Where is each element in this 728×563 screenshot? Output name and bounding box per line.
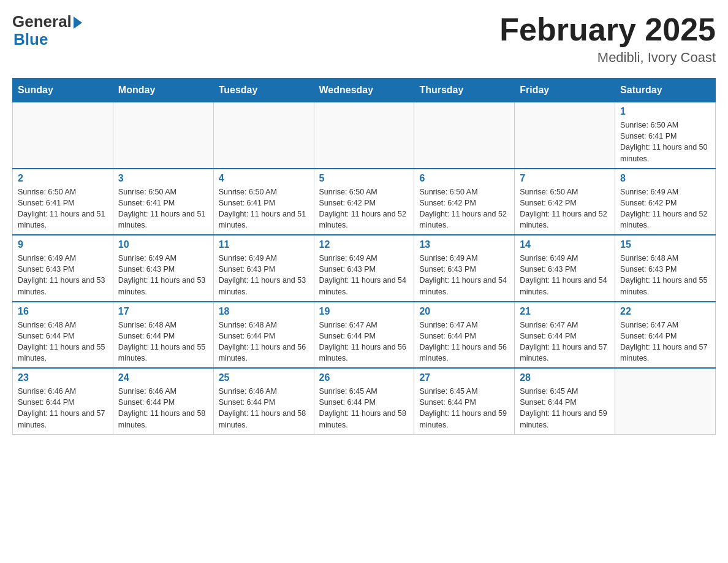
- day-number: 22: [620, 306, 710, 317]
- calendar-subtitle: Medibli, Ivory Coast: [499, 50, 716, 66]
- day-info: Sunrise: 6:48 AM Sunset: 6:44 PM Dayligh…: [118, 320, 208, 364]
- day-number: 5: [319, 173, 409, 184]
- calendar-cell: [113, 102, 213, 169]
- calendar-cell: 2Sunrise: 6:50 AM Sunset: 6:41 PM Daylig…: [13, 169, 113, 236]
- calendar-cell: 20Sunrise: 6:47 AM Sunset: 6:44 PM Dayli…: [414, 302, 515, 369]
- day-number: 16: [18, 306, 108, 317]
- calendar-cell: [314, 102, 414, 169]
- calendar-cell: 24Sunrise: 6:46 AM Sunset: 6:44 PM Dayli…: [113, 368, 213, 434]
- day-number: 20: [419, 306, 509, 317]
- day-info: Sunrise: 6:46 AM Sunset: 6:44 PM Dayligh…: [18, 386, 108, 431]
- day-info: Sunrise: 6:50 AM Sunset: 6:41 PM Dayligh…: [620, 120, 710, 164]
- day-number: 26: [319, 372, 409, 383]
- calendar-cell: 5Sunrise: 6:50 AM Sunset: 6:42 PM Daylig…: [314, 169, 414, 236]
- day-info: Sunrise: 6:45 AM Sunset: 6:44 PM Dayligh…: [520, 386, 610, 431]
- calendar-cell: 4Sunrise: 6:50 AM Sunset: 6:41 PM Daylig…: [213, 169, 314, 236]
- day-number: 19: [319, 306, 409, 317]
- day-info: Sunrise: 6:49 AM Sunset: 6:43 PM Dayligh…: [419, 253, 509, 297]
- day-info: Sunrise: 6:50 AM Sunset: 6:41 PM Dayligh…: [118, 186, 208, 231]
- day-info: Sunrise: 6:49 AM Sunset: 6:43 PM Dayligh…: [319, 253, 409, 297]
- calendar-cell: 6Sunrise: 6:50 AM Sunset: 6:42 PM Daylig…: [414, 169, 515, 236]
- logo-blue-text: Blue: [12, 30, 48, 49]
- calendar-cell: [515, 102, 615, 169]
- day-of-week-sunday: Sunday: [13, 79, 113, 102]
- calendar-cell: 27Sunrise: 6:45 AM Sunset: 6:44 PM Dayli…: [414, 368, 515, 434]
- day-info: Sunrise: 6:48 AM Sunset: 6:43 PM Dayligh…: [620, 253, 710, 297]
- day-number: 4: [219, 173, 309, 184]
- day-info: Sunrise: 6:49 AM Sunset: 6:43 PM Dayligh…: [18, 253, 108, 297]
- calendar-cell: 11Sunrise: 6:49 AM Sunset: 6:43 PM Dayli…: [213, 235, 314, 302]
- day-info: Sunrise: 6:49 AM Sunset: 6:43 PM Dayligh…: [520, 253, 610, 297]
- day-number: 15: [620, 239, 710, 250]
- day-info: Sunrise: 6:47 AM Sunset: 6:44 PM Dayligh…: [620, 320, 710, 364]
- day-of-week-monday: Monday: [113, 79, 213, 102]
- calendar-cell: 1Sunrise: 6:50 AM Sunset: 6:41 PM Daylig…: [615, 102, 716, 169]
- calendar-week-row: 9Sunrise: 6:49 AM Sunset: 6:43 PM Daylig…: [13, 235, 716, 302]
- logo: General Blue: [12, 12, 82, 49]
- calendar-cell: 16Sunrise: 6:48 AM Sunset: 6:44 PM Dayli…: [13, 302, 113, 369]
- day-number: 11: [219, 239, 309, 250]
- calendar-cell: 10Sunrise: 6:49 AM Sunset: 6:43 PM Dayli…: [113, 235, 213, 302]
- day-info: Sunrise: 6:50 AM Sunset: 6:42 PM Dayligh…: [520, 186, 610, 231]
- day-info: Sunrise: 6:49 AM Sunset: 6:43 PM Dayligh…: [118, 253, 208, 297]
- day-info: Sunrise: 6:46 AM Sunset: 6:44 PM Dayligh…: [219, 386, 309, 431]
- day-info: Sunrise: 6:50 AM Sunset: 6:42 PM Dayligh…: [319, 186, 409, 231]
- calendar-cell: 7Sunrise: 6:50 AM Sunset: 6:42 PM Daylig…: [515, 169, 615, 236]
- day-number: 21: [520, 306, 610, 317]
- day-info: Sunrise: 6:48 AM Sunset: 6:44 PM Dayligh…: [18, 320, 108, 364]
- day-info: Sunrise: 6:50 AM Sunset: 6:41 PM Dayligh…: [18, 186, 108, 231]
- calendar-cell: 13Sunrise: 6:49 AM Sunset: 6:43 PM Dayli…: [414, 235, 515, 302]
- calendar-cell: 3Sunrise: 6:50 AM Sunset: 6:41 PM Daylig…: [113, 169, 213, 236]
- calendar-week-row: 23Sunrise: 6:46 AM Sunset: 6:44 PM Dayli…: [13, 368, 716, 434]
- day-number: 2: [18, 173, 108, 184]
- calendar-cell: [615, 368, 716, 434]
- day-info: Sunrise: 6:47 AM Sunset: 6:44 PM Dayligh…: [319, 320, 409, 364]
- day-number: 14: [520, 239, 610, 250]
- calendar-cell: 26Sunrise: 6:45 AM Sunset: 6:44 PM Dayli…: [314, 368, 414, 434]
- calendar-table: SundayMondayTuesdayWednesdayThursdayFrid…: [12, 78, 716, 435]
- day-number: 9: [18, 239, 108, 250]
- day-number: 27: [419, 372, 509, 383]
- day-of-week-wednesday: Wednesday: [314, 79, 414, 102]
- calendar-cell: 21Sunrise: 6:47 AM Sunset: 6:44 PM Dayli…: [515, 302, 615, 369]
- day-info: Sunrise: 6:47 AM Sunset: 6:44 PM Dayligh…: [520, 320, 610, 364]
- day-number: 7: [520, 173, 610, 184]
- day-number: 18: [219, 306, 309, 317]
- day-number: 25: [219, 372, 309, 383]
- calendar-cell: 9Sunrise: 6:49 AM Sunset: 6:43 PM Daylig…: [13, 235, 113, 302]
- day-number: 28: [520, 372, 610, 383]
- day-info: Sunrise: 6:45 AM Sunset: 6:44 PM Dayligh…: [319, 386, 409, 431]
- calendar-cell: 19Sunrise: 6:47 AM Sunset: 6:44 PM Dayli…: [314, 302, 414, 369]
- day-of-week-friday: Friday: [515, 79, 615, 102]
- calendar-cell: 8Sunrise: 6:49 AM Sunset: 6:42 PM Daylig…: [615, 169, 716, 236]
- calendar-cell: 18Sunrise: 6:48 AM Sunset: 6:44 PM Dayli…: [213, 302, 314, 369]
- calendar-header-row: SundayMondayTuesdayWednesdayThursdayFrid…: [13, 79, 716, 102]
- logo-general-text: General: [12, 12, 72, 31]
- page-header: General Blue February 2025 Medibli, Ivor…: [12, 12, 716, 66]
- day-info: Sunrise: 6:50 AM Sunset: 6:42 PM Dayligh…: [419, 186, 509, 231]
- calendar-week-row: 16Sunrise: 6:48 AM Sunset: 6:44 PM Dayli…: [13, 302, 716, 369]
- day-info: Sunrise: 6:49 AM Sunset: 6:42 PM Dayligh…: [620, 186, 710, 231]
- calendar-week-row: 2Sunrise: 6:50 AM Sunset: 6:41 PM Daylig…: [13, 169, 716, 236]
- day-info: Sunrise: 6:48 AM Sunset: 6:44 PM Dayligh…: [219, 320, 309, 364]
- calendar-title-block: February 2025 Medibli, Ivory Coast: [499, 12, 716, 66]
- day-number: 24: [118, 372, 208, 383]
- day-of-week-tuesday: Tuesday: [213, 79, 314, 102]
- day-number: 23: [18, 372, 108, 383]
- day-number: 17: [118, 306, 208, 317]
- day-of-week-thursday: Thursday: [414, 79, 515, 102]
- day-number: 12: [319, 239, 409, 250]
- day-info: Sunrise: 6:50 AM Sunset: 6:41 PM Dayligh…: [219, 186, 309, 231]
- calendar-cell: 22Sunrise: 6:47 AM Sunset: 6:44 PM Dayli…: [615, 302, 716, 369]
- calendar-week-row: 1Sunrise: 6:50 AM Sunset: 6:41 PM Daylig…: [13, 102, 716, 169]
- calendar-cell: 17Sunrise: 6:48 AM Sunset: 6:44 PM Dayli…: [113, 302, 213, 369]
- calendar-cell: 14Sunrise: 6:49 AM Sunset: 6:43 PM Dayli…: [515, 235, 615, 302]
- day-number: 3: [118, 173, 208, 184]
- calendar-title: February 2025: [499, 12, 716, 47]
- day-info: Sunrise: 6:47 AM Sunset: 6:44 PM Dayligh…: [419, 320, 509, 364]
- day-number: 1: [620, 106, 710, 117]
- calendar-cell: 12Sunrise: 6:49 AM Sunset: 6:43 PM Dayli…: [314, 235, 414, 302]
- day-number: 8: [620, 173, 710, 184]
- day-of-week-saturday: Saturday: [615, 79, 716, 102]
- calendar-cell: [414, 102, 515, 169]
